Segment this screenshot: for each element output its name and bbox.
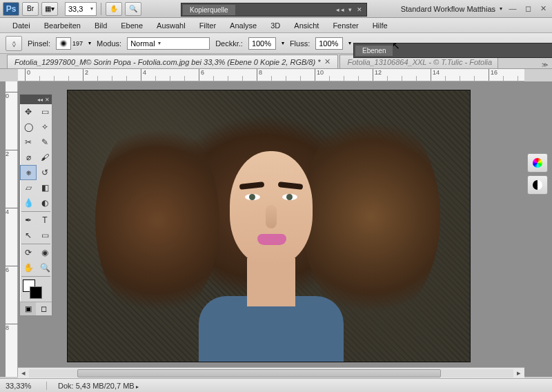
hand-tool[interactable]: ✋	[20, 260, 37, 275]
portrait-photo	[164, 96, 371, 362]
brush-tool[interactable]: 🖌	[37, 150, 53, 165]
window-controls: — ◻ ✕	[508, 4, 548, 13]
minimize-button[interactable]: —	[508, 4, 518, 13]
history-grid-icon[interactable]: ▦▾	[41, 2, 58, 16]
clone-source-panel[interactable]: Kopierquelle ◂◂ ▾ ✕	[181, 3, 367, 17]
3d-rotate-tool[interactable]: ⟳	[20, 245, 37, 260]
document-tab-active[interactable]: Fotolia_12997800_M© Sorin Popa - Fotolia…	[7, 55, 338, 68]
menu-bar: Datei Bearbeiten Bild Ebene Auswahl Filt…	[0, 18, 552, 33]
mode-label: Modus:	[97, 39, 121, 48]
status-bar: 33,33% Dok: 5,43 MB/20,7 MB	[0, 378, 552, 392]
flow-label: Fluss:	[290, 39, 310, 48]
brush-size-value: 197	[72, 40, 83, 47]
brush-label: Pinsel:	[28, 39, 50, 48]
adjustments-panel-icon[interactable]	[527, 175, 548, 195]
workspace-name: Standard Workflow Matthias	[401, 5, 495, 13]
workspace-switcher[interactable]: Standard Workflow Matthias	[401, 5, 502, 13]
color-swatches[interactable]	[21, 278, 50, 300]
status-doc-size[interactable]: Dok: 5,43 MB/20,7 MB	[58, 382, 139, 390]
zoom-tool-icon[interactable]: 🔍	[125, 2, 141, 16]
menu-hilfe[interactable]: Hilfe	[366, 19, 395, 32]
type-tool[interactable]: T	[37, 213, 53, 228]
blend-mode-combo[interactable]: Normal	[127, 37, 210, 50]
menu-3d[interactable]: 3D	[264, 19, 287, 32]
lasso-tool[interactable]: ◯	[20, 119, 37, 135]
pen-tool[interactable]: ✒	[20, 213, 37, 228]
opacity-field[interactable]: 100%	[248, 37, 276, 50]
separator	[101, 3, 101, 15]
tools-panel-header[interactable]: ◂◂✕	[20, 95, 52, 104]
horizontal-ruler: 0246810121416	[18, 69, 524, 81]
menu-auswahl[interactable]: Auswahl	[150, 19, 193, 32]
marquee-tool[interactable]: ▭	[37, 104, 53, 119]
document-tab-title: Fotolia_12997800_M© Sorin Popa - Fotolia…	[14, 58, 320, 66]
close-icon[interactable]: ✕	[45, 97, 50, 103]
eraser-tool[interactable]: ▱	[20, 180, 37, 195]
menu-fenster[interactable]: Fenster	[326, 19, 365, 32]
menu-datei[interactable]: Datei	[6, 19, 37, 32]
menu-analyse[interactable]: Analyse	[223, 19, 264, 32]
color-panel-icon[interactable]	[527, 153, 548, 173]
history-brush-tool[interactable]: ↺	[37, 165, 53, 180]
maximize-button[interactable]: ◻	[523, 4, 533, 13]
horizontal-scrollbar[interactable]: ◂ ▸	[18, 367, 524, 378]
zoom-level-value: 33,3	[68, 5, 83, 13]
menu-filter[interactable]: Filter	[193, 19, 223, 32]
layers-tab[interactable]: Ebenen	[355, 46, 393, 56]
flow-value: 100%	[319, 39, 338, 48]
3d-orbit-tool[interactable]: ◉	[37, 245, 53, 260]
status-zoom[interactable]: 33,33%	[6, 382, 47, 390]
blend-mode-value: Normal	[130, 39, 155, 48]
move-tool[interactable]: ✥	[20, 104, 37, 119]
flow-field[interactable]: 100%	[315, 37, 343, 50]
clone-stamp-tool[interactable]: ⎈	[20, 165, 37, 180]
photoshop-logo-icon[interactable]: Ps	[3, 2, 19, 16]
layers-panel-collapsed[interactable]: Ebenen ◂◂ ▾ ✕	[353, 43, 552, 58]
background-color-swatch[interactable]	[30, 286, 42, 299]
path-selection-tool[interactable]: ↖	[20, 228, 37, 243]
flow-dropdown-icon[interactable]: ▾	[348, 40, 351, 46]
tools-panel[interactable]: ◂◂✕ ✥▭ ◯✧ ✂✎ ⌀🖌 ⎈↺ ▱◧ 💧◐ ✒T ↖▭ ⟳◉ ✋🔍 ▣ ◻	[19, 94, 52, 316]
quick-mask-button[interactable]: ◻	[36, 302, 52, 315]
work-area: 02468 ◂◂✕ ✥▭ ◯✧ ✂✎ ⌀🖌 ⎈↺ ▱◧ 💧◐ ✒T ↖▭ ⟳◉ …	[0, 81, 552, 377]
panel-controls[interactable]: ◂◂ ▾ ✕	[333, 6, 366, 13]
tab-overflow-icon[interactable]: ≫	[542, 61, 552, 68]
menu-ansicht[interactable]: Ansicht	[287, 19, 326, 32]
magic-wand-tool[interactable]: ✧	[37, 119, 53, 135]
shape-tool[interactable]: ▭	[37, 228, 53, 243]
gradient-tool[interactable]: ◧	[37, 180, 53, 195]
vertical-ruler: 02468	[6, 81, 18, 377]
brush-preview[interactable]	[56, 37, 71, 50]
opacity-dropdown-icon[interactable]: ▾	[282, 40, 284, 46]
close-button[interactable]: ✕	[538, 4, 548, 13]
crop-tool[interactable]: ✂	[20, 135, 37, 150]
close-icon[interactable]: ✕	[324, 57, 331, 66]
menu-ebene[interactable]: Ebene	[114, 19, 150, 32]
zoom-level-combo[interactable]: 33,3	[65, 2, 97, 16]
clone-stamp-tool-icon[interactable]: ⎀	[6, 36, 22, 51]
scrollbar-track[interactable]	[29, 369, 513, 378]
brush-dropdown-icon[interactable]: ▾	[88, 40, 91, 46]
hand-tool-icon[interactable]: ✋	[106, 2, 122, 16]
blur-tool[interactable]: 💧	[20, 195, 37, 210]
menu-bearbeiten[interactable]: Bearbeiten	[37, 19, 88, 32]
standard-mode-button[interactable]: ▣	[20, 302, 36, 315]
zoom-tool[interactable]: 🔍	[37, 260, 53, 275]
document-tab-title: Fotolia_13106864_XXL - © T.Tulic - Fotol…	[347, 58, 492, 66]
opacity-value: 100%	[252, 39, 271, 48]
scroll-right-button[interactable]: ▸	[513, 369, 524, 378]
menu-bild[interactable]: Bild	[88, 19, 114, 32]
scrollbar-thumb[interactable]	[77, 369, 441, 378]
right-dock	[527, 153, 551, 197]
collapse-icon[interactable]: ◂◂	[37, 97, 43, 103]
clone-source-tab[interactable]: Kopierquelle	[183, 5, 235, 15]
document-canvas[interactable]	[67, 90, 471, 362]
scroll-left-button[interactable]: ◂	[18, 369, 29, 378]
healing-brush-tool[interactable]: ⌀	[20, 150, 37, 165]
dodge-tool[interactable]: ◐	[37, 195, 53, 210]
eyedropper-tool[interactable]: ✎	[37, 135, 53, 150]
opacity-label: Deckkr.:	[215, 39, 243, 48]
bridge-button[interactable]: Br	[22, 2, 39, 16]
